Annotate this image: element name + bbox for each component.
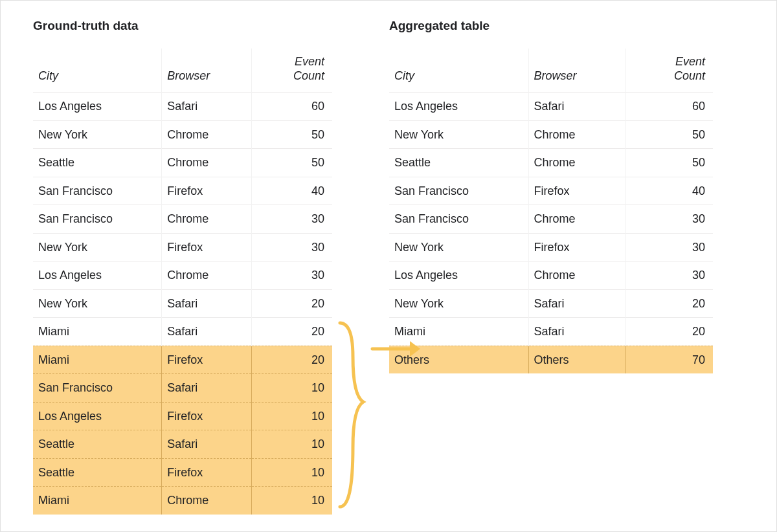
table-row: SeattleChrome50: [33, 149, 332, 177]
cell-event-count: 10: [251, 487, 332, 515]
cell-city: New York: [33, 233, 162, 261]
table-row: New YorkFirefox30: [33, 233, 332, 261]
cell-city: Miami: [389, 318, 528, 346]
cell-city: New York: [389, 289, 528, 318]
cell-event-count: 40: [625, 177, 713, 205]
col-header-city: City: [33, 49, 162, 93]
ground-truth-title: Ground-truth data: [33, 19, 332, 33]
table-row: New YorkFirefox30: [389, 233, 713, 261]
diagram-canvas: Ground-truth data City Browser EventCoun…: [0, 0, 777, 532]
cell-event-count: 30: [625, 261, 713, 290]
table-row: MiamiFirefox20: [33, 346, 332, 374]
cell-browser: Firefox: [528, 177, 625, 205]
cell-city: New York: [33, 120, 162, 149]
cell-event-count: 50: [251, 120, 332, 149]
cell-city: New York: [389, 233, 528, 261]
cell-browser: Chrome: [528, 120, 625, 149]
cell-event-count: 10: [251, 402, 332, 430]
cell-browser: Chrome: [162, 261, 252, 290]
table-row: MiamiSafari20: [389, 318, 713, 346]
cell-city: Los Angeles: [33, 261, 162, 290]
cell-city: Others: [389, 346, 528, 373]
table-row: San FranciscoFirefox40: [389, 177, 713, 205]
col-header-event-count: EventCount: [625, 49, 713, 93]
cell-browser: Chrome: [528, 261, 625, 290]
cell-event-count: 10: [251, 430, 332, 459]
cell-browser: Chrome: [162, 120, 252, 149]
table-row: San FranciscoChrome30: [389, 205, 713, 234]
cell-city: Miami: [33, 318, 162, 346]
ground-truth-panel: Ground-truth data City Browser EventCoun…: [33, 19, 332, 513]
cell-city: San Francisco: [33, 205, 162, 234]
table-row: New YorkSafari20: [33, 289, 332, 318]
cell-event-count: 40: [251, 177, 332, 205]
cell-browser: Safari: [528, 289, 625, 318]
cell-browser: Firefox: [162, 402, 252, 430]
table-row: Los AngelesFirefox10: [33, 402, 332, 430]
cell-event-count: 30: [251, 261, 332, 290]
cell-city: San Francisco: [33, 177, 162, 205]
cell-event-count: 50: [251, 149, 332, 177]
cell-event-count: 10: [251, 374, 332, 403]
cell-browser: Firefox: [162, 233, 252, 261]
cell-event-count: 30: [625, 233, 713, 261]
cell-city: Seattle: [33, 458, 162, 487]
cell-event-count: 60: [625, 93, 713, 121]
aggregated-panel: Aggregated table City Browser EventCount…: [389, 19, 713, 513]
cell-city: San Francisco: [389, 177, 528, 205]
cell-event-count: 70: [625, 346, 713, 373]
cell-browser: Safari: [162, 93, 252, 121]
cell-browser: Safari: [162, 430, 252, 459]
table-row: Los AngelesChrome30: [33, 261, 332, 290]
cell-city: Miami: [33, 487, 162, 515]
cell-browser: Chrome: [162, 149, 252, 177]
col-header-event-count: EventCount: [251, 49, 332, 93]
cell-event-count: 20: [251, 318, 332, 346]
aggregated-title: Aggregated table: [389, 19, 713, 33]
cell-city: Seattle: [389, 149, 528, 177]
cell-event-count: 20: [625, 318, 713, 346]
cell-browser: Firefox: [162, 458, 252, 487]
cell-city: Los Angeles: [33, 402, 162, 430]
cell-browser: Chrome: [162, 487, 252, 515]
cell-browser: Firefox: [528, 233, 625, 261]
cell-event-count: 30: [251, 205, 332, 234]
col-header-browser: Browser: [528, 49, 625, 93]
table-row: Los AngelesChrome30: [389, 261, 713, 290]
cell-browser: Safari: [162, 318, 252, 346]
cell-browser: Safari: [528, 93, 625, 121]
table-row: OthersOthers70: [389, 346, 713, 373]
table-row: Los AngelesSafari60: [389, 93, 713, 121]
table-row: New YorkSafari20: [389, 289, 713, 318]
cell-city: Seattle: [33, 149, 162, 177]
cell-city: Miami: [33, 346, 162, 374]
cell-browser: Firefox: [162, 346, 252, 374]
table-row: San FranciscoFirefox40: [33, 177, 332, 205]
cell-browser: Safari: [528, 318, 625, 346]
table-row: San FranciscoChrome30: [33, 205, 332, 234]
cell-event-count: 20: [625, 289, 713, 318]
col-header-browser: Browser: [162, 49, 252, 93]
cell-event-count: 10: [251, 458, 332, 487]
cell-event-count: 20: [251, 289, 332, 318]
table-row: MiamiChrome10: [33, 487, 332, 515]
cell-browser: Others: [528, 346, 625, 373]
cell-event-count: 50: [625, 149, 713, 177]
cell-event-count: 20: [251, 346, 332, 374]
cell-browser: Chrome: [528, 205, 625, 234]
cell-city: Los Angeles: [389, 261, 528, 290]
cell-city: Seattle: [33, 430, 162, 459]
cell-browser: Chrome: [162, 205, 252, 234]
table-row: MiamiSafari20: [33, 318, 332, 346]
table-row: Los AngelesSafari60: [33, 93, 332, 121]
cell-event-count: 30: [625, 205, 713, 234]
table-row: San FranciscoSafari10: [33, 374, 332, 403]
ground-truth-table: City Browser EventCount Los AngelesSafar…: [33, 49, 332, 515]
cell-browser: Firefox: [162, 177, 252, 205]
table-row: New YorkChrome50: [389, 120, 713, 149]
table-row: SeattleFirefox10: [33, 458, 332, 487]
col-header-city: City: [389, 49, 528, 93]
table-row: New YorkChrome50: [33, 120, 332, 149]
table-row: SeattleChrome50: [389, 149, 713, 177]
aggregated-table: City Browser EventCount Los AngelesSafar…: [389, 49, 713, 373]
